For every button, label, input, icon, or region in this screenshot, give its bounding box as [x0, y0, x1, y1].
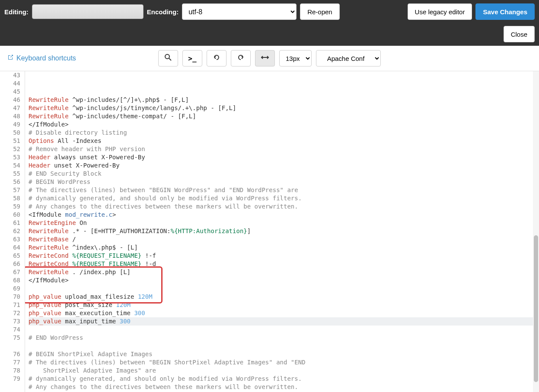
editor: 4344454647484950515253545556575859606162… [0, 71, 539, 392]
language-select[interactable]: Apache Conf [316, 50, 381, 66]
line-number: 76 [0, 350, 20, 358]
line-number: 63 [0, 235, 20, 243]
undo-button[interactable] [207, 50, 226, 66]
code-line[interactable]: RewriteRule ^wp-includes/[^/]+\.php$ - [… [29, 96, 539, 104]
line-number: 60 [0, 211, 20, 219]
code-line[interactable]: # BEGIN WordPress [29, 178, 539, 186]
keyboard-shortcuts-link[interactable]: Keyboard shortcuts [7, 54, 76, 63]
line-number: 74 [0, 326, 20, 334]
undo-icon [213, 54, 220, 63]
fontsize-select[interactable]: 13px [279, 50, 312, 66]
code-line[interactable]: RewriteBase / [29, 235, 539, 243]
line-number: 71 [0, 301, 20, 309]
line-number: 62 [0, 227, 20, 235]
code-line[interactable]: # dynamically generated, and should only… [29, 375, 539, 383]
line-number: 43 [0, 71, 20, 79]
line-number: 70 [0, 293, 20, 301]
legacy-editor-button[interactable]: Use legacy editor [408, 3, 472, 20]
line-number: 61 [0, 219, 20, 227]
code-line[interactable]: # Any changes to the directives between … [29, 383, 539, 391]
vertical-scrollbar[interactable] [533, 71, 539, 392]
code-line[interactable] [29, 326, 539, 334]
line-number: 53 [0, 153, 20, 161]
line-number: 75 [0, 334, 20, 342]
code-line[interactable]: php_value upload_max_filesize 120M [29, 293, 539, 301]
code-line[interactable]: # The directives (lines) between "BEGIN … [29, 186, 539, 194]
code-line[interactable]: # END Security Block [29, 170, 539, 178]
code-line[interactable]: RewriteCond %{REQUEST_FILENAME} !-f [29, 252, 539, 260]
line-number: 65 [0, 252, 20, 260]
line-number: 66 [0, 260, 20, 268]
line-number: 46 [0, 96, 20, 104]
line-number: 73 [0, 317, 20, 326]
code-line[interactable]: RewriteEngine On [29, 219, 539, 227]
close-button[interactable]: Close [504, 26, 535, 42]
line-number: 72 [0, 309, 20, 317]
external-link-icon [7, 54, 14, 63]
code-line[interactable] [29, 285, 539, 293]
code-line[interactable]: <IfModule mod_rewrite.c> [29, 211, 539, 219]
code-line[interactable]: RewriteRule ^wp-includes/js/tinymce/lang… [29, 104, 539, 112]
code-line[interactable]: php_value max_execution_time 300 [29, 309, 539, 317]
code-line[interactable] [29, 342, 539, 350]
line-number: 79 [0, 375, 20, 383]
code-line[interactable]: RewriteRule ^wp-includes/theme-compat/ -… [29, 112, 539, 120]
line-number: 58 [0, 194, 20, 202]
line-number: 45 [0, 88, 20, 96]
line-number: 44 [0, 79, 20, 88]
code-line[interactable]: </IfModule> [29, 120, 539, 129]
code-line[interactable]: RewriteCond %{REQUEST_FILENAME} !-d [29, 260, 539, 268]
save-button[interactable]: Save Changes [475, 3, 535, 20]
search-icon [164, 54, 172, 63]
svg-line-1 [169, 58, 171, 60]
code-line[interactable]: Options All -Indexes [29, 137, 539, 145]
code-line[interactable]: RewriteRule . /index.php [L] [29, 268, 539, 276]
line-gutter: 4344454647484950515253545556575859606162… [0, 71, 25, 392]
reopen-button[interactable]: Re-open [300, 3, 340, 20]
code-line[interactable]: # BEGIN ShortPixel Adaptive Images [29, 350, 539, 358]
console-button[interactable]: >_ [182, 50, 202, 66]
code-line[interactable]: # Remove header with PHP version [29, 145, 539, 153]
redo-button[interactable] [231, 50, 251, 66]
wrap-icon [261, 54, 269, 62]
line-number: 77 [0, 358, 20, 367]
line-number: 57 [0, 186, 20, 194]
code-line[interactable]: Header always unset X-Powered-By [29, 153, 539, 161]
code-line[interactable]: php_value post_max_size 120M [29, 301, 539, 309]
code-line[interactable]: # END WordPress [29, 334, 539, 342]
line-number: 78 [0, 367, 20, 375]
code-line[interactable]: RewriteRule ^index\.php$ - [L] [29, 243, 539, 252]
editing-label: Editing: [4, 8, 29, 16]
terminal-icon: >_ [188, 54, 196, 63]
code-line[interactable]: # The directives (lines) between "BEGIN … [29, 358, 539, 367]
line-number: 67 [0, 268, 20, 276]
code-area[interactable]: RewriteRule ^wp-includes/[^/]+\.php$ - [… [25, 71, 539, 392]
line-number: 59 [0, 202, 20, 211]
encoding-select[interactable]: utf-8 [182, 3, 297, 20]
code-line[interactable]: php_value max_input_time 300 [29, 317, 539, 326]
search-button[interactable] [158, 50, 178, 66]
code-line[interactable]: # Disable directory listing [29, 129, 539, 137]
code-line[interactable]: </IfModule> [29, 276, 539, 285]
editing-input[interactable] [32, 4, 144, 19]
topbar: Editing: Encoding: utf-8 Re-open Use leg… [0, 0, 539, 46]
code-line[interactable]: # dynamically generated, and should only… [29, 194, 539, 202]
code-line[interactable]: Header unset X-Powered-By [29, 161, 539, 170]
line-number: 52 [0, 145, 20, 153]
line-number: 51 [0, 137, 20, 145]
code-line[interactable]: ShortPixel Adaptive Images" are [29, 367, 539, 375]
line-number: 47 [0, 104, 20, 112]
code-line[interactable]: RewriteRule .* - [E=HTTP_AUTHORIZATION:%… [29, 227, 539, 235]
line-number: 55 [0, 170, 20, 178]
line-number: 50 [0, 129, 20, 137]
scrollbar-thumb[interactable] [534, 235, 538, 382]
wrap-button[interactable] [255, 50, 275, 66]
line-number: 49 [0, 120, 20, 129]
line-number [0, 342, 20, 350]
line-number: 56 [0, 178, 20, 186]
code-line[interactable]: # Any changes to the directives between … [29, 202, 539, 211]
keyboard-shortcuts-label: Keyboard shortcuts [16, 54, 76, 62]
line-number: 48 [0, 112, 20, 120]
toolbar: Keyboard shortcuts >_ 13px Apache Conf [0, 46, 539, 71]
redo-icon [237, 54, 245, 63]
